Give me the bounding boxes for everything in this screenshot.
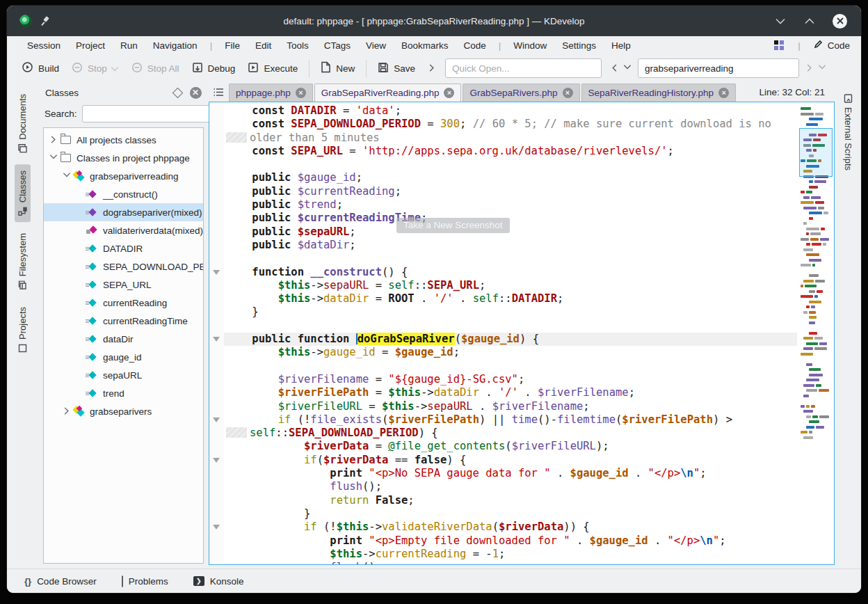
code-line[interactable] — [224, 252, 797, 265]
sidebar-tab-external-scripts[interactable]: External Scripts — [840, 88, 856, 177]
titlebar[interactable]: default: phppage - [ phppage:GrabSepaRiv… — [7, 6, 861, 36]
code-line[interactable]: older than 5 minutes — [224, 132, 797, 145]
tree-item-all-projects-classes[interactable]: All projects classes — [44, 131, 203, 149]
code-line[interactable]: public $dataDir; — [224, 239, 797, 252]
code-line[interactable]: public $gauge_id; — [224, 171, 797, 184]
menu-item-navigation[interactable]: Navigation — [145, 40, 205, 51]
code-line[interactable]: if (!file_exists($riverFilePath) || time… — [224, 413, 797, 427]
code-area[interactable]: const DATADIR = 'data'; const SEPA_DOWNL… — [224, 102, 797, 564]
tree-item-validateriverdata-mixed-[interactable]: validateriverdata(mixed) — [44, 221, 203, 239]
code-line[interactable]: const DATADIR = 'data'; — [224, 104, 797, 118]
minimize-button[interactable] — [774, 15, 787, 27]
close-panel-icon[interactable]: ✕ — [189, 86, 202, 99]
toolview-button-konsole[interactable]: ❯Konsole — [193, 576, 244, 587]
tree-item-grabsepariverreading[interactable]: grabsepariverreading — [44, 167, 203, 185]
code-line[interactable]: function __construct() { — [224, 266, 797, 279]
code-line[interactable]: $riverFilePath = $this->dataDir . '/' . … — [224, 386, 797, 399]
code-line[interactable]: $riverFilename = "${gauge_id}-SG.csv"; — [224, 373, 797, 386]
tree-item-currentreading[interactable]: currentReading — [44, 294, 203, 312]
classes-search-input[interactable] — [82, 105, 219, 122]
maximize-button[interactable] — [803, 15, 816, 27]
history-dropdown-chevron-icon[interactable] — [621, 60, 634, 77]
history-back-chevron-icon[interactable] — [609, 60, 621, 77]
tree-item-datadir[interactable]: DATADIR — [44, 239, 203, 257]
sidebar-tab-filesystem[interactable]: Filesystem — [15, 227, 31, 296]
close-button[interactable] — [833, 14, 847, 29]
code-line[interactable]: public $sepaURL; — [224, 225, 797, 239]
code-line[interactable]: public $trend; — [224, 198, 797, 212]
tree-item-sepaurl[interactable]: sepaURL — [44, 366, 203, 384]
code-line[interactable]: flush(); — [224, 480, 797, 493]
code-line[interactable]: flush(); — [224, 561, 797, 564]
search-next-chevron-icon[interactable] — [803, 60, 816, 77]
code-area-button[interactable]: Code — [814, 40, 850, 51]
area-switcher-icon[interactable] — [774, 40, 785, 51]
sidebar-tab-documents[interactable]: Documents — [15, 88, 31, 159]
quick-open-input[interactable] — [445, 58, 602, 78]
menu-item-view[interactable]: View — [358, 40, 394, 51]
document-list-icon[interactable] — [210, 84, 227, 100]
code-line[interactable] — [224, 319, 797, 333]
tree-item--construct-[interactable]: __construct() — [44, 185, 203, 203]
detach-panel-icon[interactable] — [171, 86, 184, 99]
tree-item-sepa-url[interactable]: SEPA_URL — [44, 276, 203, 294]
tree-item-grabseparivers[interactable]: grabseparivers — [44, 402, 203, 420]
fold-marker-icon[interactable] — [213, 418, 220, 422]
menu-item-settings[interactable]: Settings — [554, 40, 604, 51]
tab-close-icon[interactable]: × — [563, 88, 573, 98]
menu-item-help[interactable]: Help — [604, 40, 638, 51]
code-line[interactable]: public $currentReading; — [224, 185, 797, 198]
code-line[interactable]: const SEPA_DOWNLOAD_PERIOD = 300; // 60 … — [224, 118, 797, 131]
editor-tab-grabsepariverreading-php[interactable]: GrabSepaRiverReading.php× — [314, 84, 462, 102]
fold-marker-icon[interactable] — [213, 458, 220, 463]
code-line[interactable]: print "<p>No SEPA gauge data for " . $ga… — [224, 467, 797, 480]
code-line[interactable] — [224, 158, 797, 171]
execute-button[interactable]: Execute — [241, 58, 304, 79]
menu-item-bookmarks[interactable]: Bookmarks — [394, 40, 456, 51]
code-line[interactable]: } — [224, 507, 797, 520]
code-line[interactable]: if($riverData == false) { — [224, 454, 797, 467]
menu-item-file[interactable]: File — [217, 40, 248, 51]
toolview-button-problems[interactable]: Problems — [122, 576, 168, 587]
code-line[interactable]: self::SEPA_DOWNLOAD_PERIOD) { — [224, 427, 797, 440]
code-line[interactable]: const SEPA_URL = 'http://apps.sepa.org.u… — [224, 145, 797, 158]
debug-button[interactable]: Debug — [186, 58, 242, 79]
menu-item-session[interactable]: Session — [19, 40, 68, 51]
stop-button[interactable]: Stop — [65, 58, 125, 79]
tree-item-gauge-id[interactable]: gauge_id — [44, 348, 203, 366]
code-line[interactable] — [224, 360, 797, 373]
toolview-button-code-browser[interactable]: {}Code Browser — [24, 576, 97, 587]
minimap-viewport[interactable] — [799, 128, 833, 177]
menu-item-ctags[interactable]: CTags — [316, 40, 358, 51]
tree-item-trend[interactable]: trend — [44, 384, 203, 402]
fold-marker-icon[interactable] — [213, 525, 220, 530]
toolbar-search-input[interactable] — [638, 58, 799, 78]
sidebar-tab-classes[interactable]: Classes — [15, 164, 31, 222]
code-line[interactable]: $riverData = @file_get_contents($riverFi… — [224, 440, 797, 453]
tree-item-datadir[interactable]: dataDir — [44, 330, 203, 348]
menu-item-code[interactable]: Code — [456, 40, 494, 51]
tab-close-icon[interactable]: × — [444, 88, 454, 98]
menu-item-edit[interactable]: Edit — [248, 40, 279, 51]
tree-item-sepa-download-period[interactable]: SEPA_DOWNLOAD_PERIOD — [44, 257, 203, 276]
editor-gutter[interactable] — [209, 102, 224, 564]
menu-item-window[interactable]: Window — [506, 40, 554, 51]
expander-collapsed-icon[interactable] — [63, 407, 71, 415]
tree-item-currentreadingtime[interactable]: currentReadingTime — [44, 312, 203, 330]
expander-collapsed-icon[interactable] — [49, 136, 58, 144]
code-line[interactable]: if (!$this->validateRiverData($riverData… — [224, 520, 797, 534]
fold-marker-icon[interactable] — [213, 270, 220, 275]
code-line[interactable]: public function doGrabSepaRiver($gauge_i… — [224, 333, 797, 346]
tree-item-classes-in-project-phppage[interactable]: Classes in project phppage — [44, 149, 203, 167]
code-line[interactable]: $this->dataDir = ROOT . '/' . self::DATA… — [224, 292, 797, 305]
tab-close-icon[interactable]: × — [718, 88, 729, 98]
stop-all-button[interactable]: Stop All — [125, 58, 186, 79]
minimap-scrollbar[interactable] — [799, 104, 833, 563]
code-line[interactable]: public $currentReadingTime; — [224, 212, 797, 225]
code-line[interactable]: $riverFileURL = $this->sepaURL . $riverF… — [224, 400, 797, 413]
menu-item-run[interactable]: Run — [113, 40, 145, 51]
menu-item-project[interactable]: Project — [68, 40, 113, 51]
toolbar-overflow-chevron-icon[interactable] — [426, 60, 438, 77]
code-line[interactable]: $this->gauge_id = $gauge_id; — [224, 346, 797, 359]
code-line[interactable]: return False; — [224, 494, 797, 507]
